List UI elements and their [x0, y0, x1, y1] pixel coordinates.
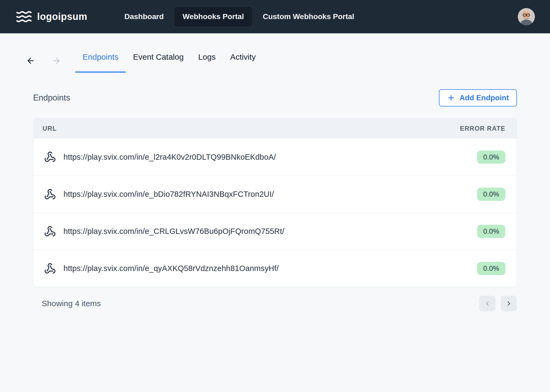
nav-item-custom-webhooks-portal[interactable]: Custom Webhooks Portal	[255, 7, 362, 26]
webhook-icon	[44, 263, 56, 275]
error-rate-badge: 0.0%	[477, 188, 505, 201]
endpoint-url: https://play.svix.com/in/e_bDio782fRYNAI…	[63, 190, 274, 199]
webhook-icon	[44, 226, 56, 237]
back-button[interactable]	[24, 54, 38, 68]
endpoint-url: https://play.svix.com/in/e_qyAXKQ58rVdzn…	[63, 264, 279, 273]
forward-button[interactable]	[49, 54, 63, 68]
chevron-left-icon	[484, 300, 491, 307]
plus-icon	[447, 94, 455, 102]
section-head: Endpoints Add Endpoint	[33, 89, 517, 106]
column-header-error-rate: ERROR RATE	[460, 125, 505, 132]
prev-page-button[interactable]	[479, 296, 495, 311]
table-row[interactable]: https://play.svix.com/in/e_qyAXKQ58rVdzn…	[33, 250, 517, 287]
waves-logo-icon	[16, 8, 32, 25]
tab-logs[interactable]: Logs	[191, 50, 223, 73]
pagination	[479, 296, 517, 311]
tab-activity[interactable]: Activity	[223, 50, 263, 73]
main-content: Endpoints Event Catalog Logs Activity En…	[0, 50, 550, 311]
webhook-icon	[44, 151, 56, 163]
brand[interactable]: logoipsum	[16, 8, 87, 25]
portal-tabs: Endpoints Event Catalog Logs Activity	[75, 50, 263, 73]
table-row[interactable]: https://play.svix.com/in/e_bDio782fRYNAI…	[33, 176, 517, 213]
add-endpoint-label: Add Endpoint	[459, 94, 509, 102]
webhook-icon	[44, 188, 56, 200]
topbar: logoipsum Dashboard Webhooks Portal Cust…	[0, 0, 550, 33]
error-rate-badge: 0.0%	[477, 262, 505, 275]
nav-item-webhooks-portal[interactable]: Webhooks Portal	[175, 7, 252, 26]
page-title: Endpoints	[33, 93, 70, 103]
items-count: Showing 4 items	[42, 299, 101, 308]
column-header-url: URL	[42, 125, 57, 132]
avatar[interactable]	[518, 8, 535, 25]
tabs-row: Endpoints Event Catalog Logs Activity	[24, 50, 550, 73]
tab-event-catalog[interactable]: Event Catalog	[126, 50, 191, 73]
top-nav: Dashboard Webhooks Portal Custom Webhook…	[116, 7, 363, 26]
tab-endpoints[interactable]: Endpoints	[75, 50, 126, 73]
endpoints-table: URL ERROR RATE https://play.svix.com/in/…	[33, 118, 517, 287]
brand-name: logoipsum	[37, 11, 87, 22]
nav-item-dashboard[interactable]: Dashboard	[116, 7, 172, 26]
add-endpoint-button[interactable]: Add Endpoint	[439, 89, 517, 106]
table-header: URL ERROR RATE	[33, 119, 517, 138]
error-rate-badge: 0.0%	[477, 225, 505, 238]
endpoint-url: https://play.svix.com/in/e_l2ra4K0v2r0DL…	[63, 153, 276, 162]
chevron-right-icon	[505, 300, 512, 307]
table-footer: Showing 4 items	[33, 296, 517, 311]
next-page-button[interactable]	[501, 296, 517, 311]
table-row[interactable]: https://play.svix.com/in/e_l2ra4K0v2r0DL…	[33, 138, 517, 176]
table-row[interactable]: https://play.svix.com/in/e_CRLGLvsW76Bu6…	[33, 213, 517, 250]
endpoint-url: https://play.svix.com/in/e_CRLGLvsW76Bu6…	[63, 227, 284, 236]
error-rate-badge: 0.0%	[477, 151, 505, 164]
